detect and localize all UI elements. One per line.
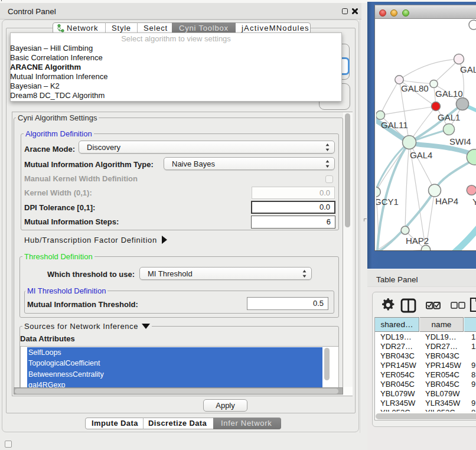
svg-text:GAL1: GAL1 [438, 112, 460, 122]
svg-text:GAL7: GAL7 [460, 64, 476, 74]
svg-text:GCY1: GCY1 [376, 197, 399, 207]
svg-text:GAL80: GAL80 [401, 83, 429, 93]
svg-text:HAP2: HAP2 [406, 236, 429, 246]
svg-text:SWI4: SWI4 [449, 136, 471, 146]
svg-text:GAL11: GAL11 [381, 120, 408, 130]
svg-text:GAL10: GAL10 [435, 89, 463, 99]
svg-text:HAP4: HAP4 [435, 196, 458, 206]
svg-text:Y: Y [472, 197, 476, 207]
svg-text:GAL4: GAL4 [410, 150, 432, 160]
